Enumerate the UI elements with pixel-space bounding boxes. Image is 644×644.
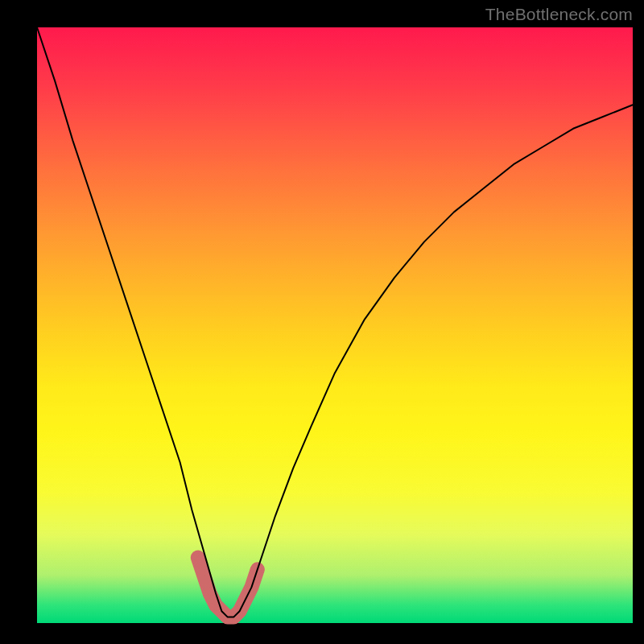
chart-svg: [37, 27, 633, 623]
highlight-near-minimum: [198, 558, 258, 617]
watermark-text: TheBottleneck.com: [485, 5, 633, 24]
chart-frame: TheBottleneck.com: [0, 0, 644, 644]
bottleneck-curve: [37, 27, 633, 617]
